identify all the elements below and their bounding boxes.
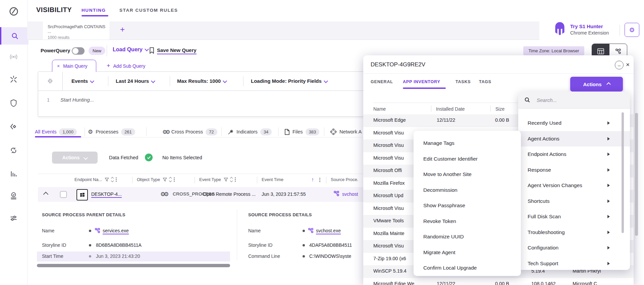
close-icon[interactable]: ×	[626, 61, 630, 68]
tab-tags[interactable]: TAGS	[479, 79, 491, 84]
inv-header-size[interactable]: Size	[495, 106, 504, 112]
divider	[363, 73, 634, 74]
vertical-scrollbar[interactable]	[635, 113, 638, 236]
endpoint-link[interactable]: DESKTOP-4...	[91, 191, 122, 198]
divider	[146, 127, 147, 136]
menu-item-tech-support[interactable]: Tech Support	[518, 256, 630, 270]
tab-files[interactable]: Files383	[284, 127, 319, 137]
menu-item-migrate-agent[interactable]: Migrate Agent	[414, 245, 521, 261]
sort-icon	[230, 177, 232, 182]
query-tab[interactable]: SrcProcImagePath CONTAINS ... 1000 resul…	[43, 21, 110, 40]
tab-all-events[interactable]: All Events1,000	[35, 127, 77, 137]
tab-general[interactable]: GENERAL	[371, 79, 393, 84]
menu-item-randomize-uuid[interactable]: Randomize UUID	[414, 229, 521, 245]
minimize-icon[interactable]: –	[615, 61, 624, 69]
bookmark-icon	[149, 47, 155, 55]
tab-tasks[interactable]: TASKS	[455, 79, 471, 84]
menu-search-input[interactable]	[536, 97, 604, 103]
inv-header-name[interactable]: Name	[373, 106, 386, 112]
filter-icon	[224, 177, 228, 182]
menu-item-troubleshooting[interactable]: Troubleshooting	[518, 225, 630, 240]
query-editor-placeholder[interactable]: Start Hunting...	[60, 97, 94, 103]
submenu-arrow-icon	[607, 231, 610, 234]
submenu-arrow-icon	[607, 121, 610, 125]
tab-indicators[interactable]: Indicators34	[227, 127, 272, 137]
broadcast-icon[interactable]	[0, 48, 27, 65]
menu-item-decommission[interactable]: Decommission	[414, 182, 521, 198]
menu-item-manage-tags[interactable]: Manage Tags	[414, 135, 521, 151]
max-results-dropdown[interactable]: Max Results: 1000	[177, 78, 226, 84]
menu-item-shortcuts[interactable]: Shortcuts	[518, 193, 630, 209]
menu-item-configuration[interactable]: Configuration	[518, 240, 630, 256]
tab-star-custom-rules[interactable]: STAR CUSTOM RULES	[119, 8, 178, 13]
source-process-detail-link[interactable]: svchost.exe	[316, 228, 341, 234]
sort-asc-icon[interactable]: ↑	[311, 177, 314, 183]
close-icon[interactable]: ×	[57, 63, 60, 69]
actions-button-disabled[interactable]: Actions	[52, 152, 98, 164]
load-query-button[interactable]: Load Query	[113, 47, 148, 53]
file-icon	[284, 129, 290, 135]
tab-hunting-underline	[82, 15, 108, 16]
menu-item-endpoint-actions[interactable]: Endpoint Actions	[518, 147, 630, 162]
menu-item-response[interactable]: Response	[518, 162, 630, 178]
sliders-icon[interactable]	[0, 209, 27, 227]
kebab-icon[interactable]	[319, 178, 320, 182]
menu-item-agent-actions[interactable]: Agent Actions	[518, 131, 630, 147]
menu-item-confirm-local-upgrade[interactable]: Confirm Local Upgrade	[414, 260, 521, 276]
menu-item-agent-version-changes[interactable]: Agent Version Changes	[518, 178, 630, 193]
submenu-arrow-icon	[607, 168, 610, 172]
start-time-value: Jun 3, 2023 21:43:20	[96, 253, 140, 259]
tab-cross-process[interactable]: ⚙⚙ Cross Process72	[162, 127, 217, 137]
column-header-source-process[interactable]: Source Proce.	[331, 177, 358, 182]
menu-item-show-passphrase[interactable]: Show Passphrase	[414, 198, 521, 214]
activity-icon[interactable]	[0, 187, 27, 205]
sentinelone-logo-icon[interactable]	[0, 3, 27, 20]
column-header-event-time[interactable]: Event Time	[262, 177, 283, 182]
time-range-dropdown[interactable]: Last 24 Hours	[116, 78, 155, 84]
panel-actions-button[interactable]: Actions	[570, 77, 623, 92]
promo-title[interactable]: Try S1 Hunter	[570, 23, 603, 29]
detail-label: Start Time	[42, 253, 63, 259]
divider	[107, 46, 107, 56]
reports-icon[interactable]	[0, 165, 27, 182]
tab-app-inventory[interactable]: APP INVENTORY	[403, 79, 440, 84]
submenu-arrow-icon	[607, 137, 610, 140]
details-left-title: SOURCE PROCESS PARENT DETAILS	[42, 212, 125, 217]
grid-icon	[597, 48, 604, 54]
save-new-query-button[interactable]: Save New Query	[157, 47, 197, 54]
search-icon[interactable]	[0, 27, 29, 45]
menu-item-move-to-another-site[interactable]: Move to Another Site	[414, 167, 521, 182]
collapse-cell[interactable]	[38, 71, 63, 91]
tab-network-actions[interactable]: Network A	[330, 127, 362, 137]
horizontal-scrollbar[interactable]	[37, 264, 230, 267]
menu-item-full-disk-scan[interactable]: Full Disk Scan	[518, 209, 630, 225]
sync-icon[interactable]	[0, 141, 27, 159]
scope-dropdown[interactable]: Events	[71, 78, 94, 84]
tab-hunting[interactable]: HUNTING	[82, 8, 106, 13]
menu-scrollbar[interactable]	[622, 112, 624, 233]
tab-processes[interactable]: ⚙ Processes261	[88, 127, 135, 137]
query-tab-title: SrcProcImagePath CONTAINS ...	[48, 24, 110, 34]
menu-item-revoke-token[interactable]: Revoke Token	[414, 214, 521, 229]
row-checkbox[interactable]	[60, 191, 67, 198]
settings-button[interactable]: ⚙	[625, 23, 639, 37]
parent-process-link[interactable]: services.exe	[103, 228, 129, 234]
column-header-event-type[interactable]: Event Type	[199, 177, 236, 182]
powerquery-toggle[interactable]	[72, 47, 85, 55]
network-icon	[330, 128, 337, 135]
loading-mode-dropdown[interactable]: Loading Mode: Priority Fields	[251, 78, 327, 84]
shield-icon[interactable]	[0, 94, 27, 112]
tab-main-query[interactable]: × Main Query	[52, 60, 96, 72]
add-sub-query-button[interactable]: + Add Sub Query	[107, 62, 145, 69]
menu-item-recently-used[interactable]: Recently Used	[518, 115, 630, 131]
column-header-endpoint[interactable]: Endpoint Na...	[74, 177, 117, 182]
inv-header-date[interactable]: Installed Date	[436, 106, 465, 112]
menu-item-edit-customer-identifier[interactable]: Edit Customer Identifier	[414, 151, 521, 167]
source-process-link[interactable]: svchost	[342, 191, 358, 197]
table-row[interactable]: Microsoft Edge We12/11/220.00 B108.0.146…	[363, 278, 634, 285]
event-time-cell: Jun 3, 2023 21:57:55	[262, 191, 306, 197]
column-header-object-type[interactable]: Object Type	[137, 177, 175, 182]
add-query-tab-button[interactable]: +	[120, 25, 125, 34]
policy-icon[interactable]	[0, 118, 27, 135]
connect-icon[interactable]	[0, 70, 27, 88]
